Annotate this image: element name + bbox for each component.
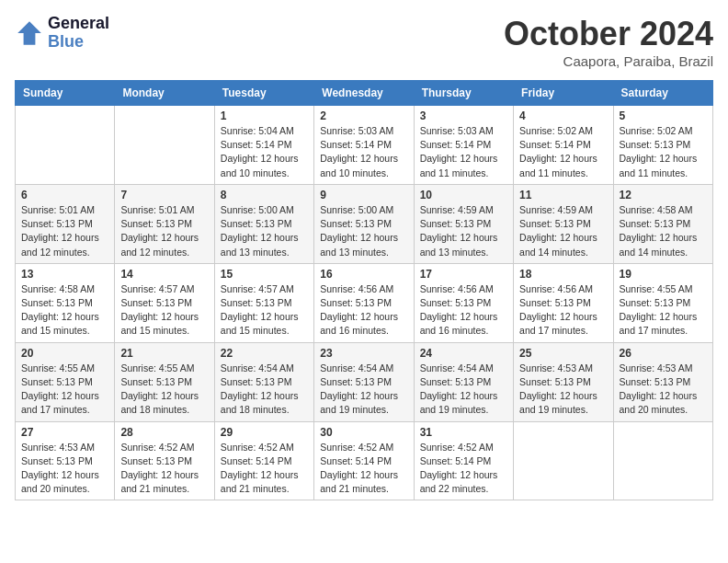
calendar-header: SundayMondayTuesdayWednesdayThursdayFrid… <box>16 81 713 106</box>
day-info: Sunrise: 4:58 AM Sunset: 5:13 PM Dayligh… <box>21 282 108 339</box>
day-info: Sunrise: 4:57 AM Sunset: 5:13 PM Dayligh… <box>120 282 208 339</box>
calendar-cell: 3Sunrise: 5:03 AM Sunset: 5:14 PM Daylig… <box>414 106 513 185</box>
day-info: Sunrise: 4:56 AM Sunset: 5:13 PM Dayligh… <box>320 282 407 339</box>
calendar-body: 1Sunrise: 5:04 AM Sunset: 5:14 PM Daylig… <box>16 106 713 500</box>
day-number: 28 <box>120 426 208 439</box>
day-info: Sunrise: 4:52 AM Sunset: 5:13 PM Dayligh… <box>120 441 208 497</box>
calendar-cell: 20Sunrise: 4:55 AM Sunset: 5:13 PM Dayli… <box>16 342 115 421</box>
day-number: 12 <box>620 189 707 201</box>
weekday-sunday: Sunday <box>16 81 115 106</box>
day-number: 24 <box>420 347 507 360</box>
day-number: 6 <box>21 189 108 201</box>
calendar-cell: 6Sunrise: 5:01 AM Sunset: 5:13 PM Daylig… <box>16 184 115 263</box>
day-number: 20 <box>21 347 108 360</box>
calendar-cell: 22Sunrise: 4:54 AM Sunset: 5:13 PM Dayli… <box>214 342 313 421</box>
calendar-cell: 1Sunrise: 5:04 AM Sunset: 5:14 PM Daylig… <box>214 106 313 185</box>
calendar-cell: 2Sunrise: 5:03 AM Sunset: 5:14 PM Daylig… <box>314 106 414 185</box>
calendar-week-2: 6Sunrise: 5:01 AM Sunset: 5:13 PM Daylig… <box>16 184 713 263</box>
day-info: Sunrise: 5:03 AM Sunset: 5:14 PM Dayligh… <box>420 124 507 180</box>
calendar-cell: 17Sunrise: 4:56 AM Sunset: 5:13 PM Dayli… <box>414 263 513 342</box>
day-info: Sunrise: 5:01 AM Sunset: 5:13 PM Dayligh… <box>120 203 208 259</box>
logo: General Blue <box>15 15 109 52</box>
day-info: Sunrise: 4:53 AM Sunset: 5:13 PM Dayligh… <box>620 362 707 418</box>
day-number: 14 <box>120 268 208 281</box>
day-info: Sunrise: 4:52 AM Sunset: 5:14 PM Dayligh… <box>221 441 308 497</box>
day-info: Sunrise: 4:55 AM Sunset: 5:13 PM Dayligh… <box>120 362 208 418</box>
day-number: 27 <box>21 426 108 439</box>
day-number: 25 <box>519 347 607 360</box>
day-info: Sunrise: 4:55 AM Sunset: 5:13 PM Dayligh… <box>620 282 707 339</box>
calendar-week-5: 27Sunrise: 4:53 AM Sunset: 5:13 PM Dayli… <box>16 421 713 500</box>
calendar-cell: 16Sunrise: 4:56 AM Sunset: 5:13 PM Dayli… <box>314 263 414 342</box>
calendar: SundayMondayTuesdayWednesdayThursdayFrid… <box>15 80 713 500</box>
day-info: Sunrise: 4:54 AM Sunset: 5:13 PM Dayligh… <box>221 362 308 418</box>
day-number: 9 <box>320 189 407 201</box>
day-number: 7 <box>120 189 208 201</box>
calendar-cell: 12Sunrise: 4:58 AM Sunset: 5:13 PM Dayli… <box>613 184 712 263</box>
day-number: 13 <box>21 268 108 281</box>
location: Caapora, Paraiba, Brazil <box>504 53 713 69</box>
calendar-cell: 21Sunrise: 4:55 AM Sunset: 5:13 PM Dayli… <box>115 342 214 421</box>
calendar-cell: 27Sunrise: 4:53 AM Sunset: 5:13 PM Dayli… <box>16 421 115 500</box>
weekday-thursday: Thursday <box>414 81 513 106</box>
calendar-cell: 19Sunrise: 4:55 AM Sunset: 5:13 PM Dayli… <box>613 263 712 342</box>
day-number: 19 <box>620 268 707 281</box>
calendar-cell: 30Sunrise: 4:52 AM Sunset: 5:14 PM Dayli… <box>314 421 414 500</box>
day-number: 26 <box>620 347 707 360</box>
calendar-cell: 11Sunrise: 4:59 AM Sunset: 5:13 PM Dayli… <box>514 184 613 263</box>
calendar-cell: 9Sunrise: 5:00 AM Sunset: 5:13 PM Daylig… <box>314 184 414 263</box>
day-info: Sunrise: 5:02 AM Sunset: 5:14 PM Dayligh… <box>519 124 607 180</box>
weekday-monday: Monday <box>115 81 214 106</box>
title-block: October 2024 Caapora, Paraiba, Brazil <box>504 15 713 69</box>
day-number: 5 <box>620 109 707 122</box>
calendar-cell: 26Sunrise: 4:53 AM Sunset: 5:13 PM Dayli… <box>613 342 712 421</box>
calendar-cell: 25Sunrise: 4:53 AM Sunset: 5:13 PM Dayli… <box>514 342 613 421</box>
calendar-cell: 7Sunrise: 5:01 AM Sunset: 5:13 PM Daylig… <box>115 184 214 263</box>
calendar-cell: 5Sunrise: 5:02 AM Sunset: 5:13 PM Daylig… <box>613 106 712 185</box>
weekday-wednesday: Wednesday <box>314 81 414 106</box>
logo-icon <box>15 18 44 48</box>
day-info: Sunrise: 5:03 AM Sunset: 5:14 PM Dayligh… <box>320 124 407 180</box>
day-info: Sunrise: 5:02 AM Sunset: 5:13 PM Dayligh… <box>620 124 707 180</box>
logo-line1: General <box>48 15 109 33</box>
day-info: Sunrise: 4:54 AM Sunset: 5:13 PM Dayligh… <box>420 362 507 418</box>
calendar-cell: 24Sunrise: 4:54 AM Sunset: 5:13 PM Dayli… <box>414 342 513 421</box>
day-number: 30 <box>320 426 407 439</box>
day-info: Sunrise: 4:52 AM Sunset: 5:14 PM Dayligh… <box>420 441 507 497</box>
calendar-cell: 23Sunrise: 4:54 AM Sunset: 5:13 PM Dayli… <box>314 342 414 421</box>
day-info: Sunrise: 4:54 AM Sunset: 5:13 PM Dayligh… <box>320 362 407 418</box>
day-number: 11 <box>519 189 607 201</box>
calendar-cell: 10Sunrise: 4:59 AM Sunset: 5:13 PM Dayli… <box>414 184 513 263</box>
day-info: Sunrise: 5:00 AM Sunset: 5:13 PM Dayligh… <box>221 203 308 259</box>
day-number: 29 <box>221 426 308 439</box>
calendar-cell <box>613 421 712 500</box>
day-number: 8 <box>221 189 308 201</box>
day-number: 10 <box>420 189 507 201</box>
day-info: Sunrise: 4:57 AM Sunset: 5:13 PM Dayligh… <box>221 282 308 339</box>
day-info: Sunrise: 4:56 AM Sunset: 5:13 PM Dayligh… <box>519 282 607 339</box>
day-info: Sunrise: 4:55 AM Sunset: 5:13 PM Dayligh… <box>21 362 108 418</box>
calendar-week-3: 13Sunrise: 4:58 AM Sunset: 5:13 PM Dayli… <box>16 263 713 342</box>
svg-marker-0 <box>17 21 41 45</box>
calendar-cell: 29Sunrise: 4:52 AM Sunset: 5:14 PM Dayli… <box>214 421 313 500</box>
calendar-cell <box>115 106 214 185</box>
calendar-week-4: 20Sunrise: 4:55 AM Sunset: 5:13 PM Dayli… <box>16 342 713 421</box>
calendar-cell: 13Sunrise: 4:58 AM Sunset: 5:13 PM Dayli… <box>16 263 115 342</box>
calendar-cell: 8Sunrise: 5:00 AM Sunset: 5:13 PM Daylig… <box>214 184 313 263</box>
calendar-week-1: 1Sunrise: 5:04 AM Sunset: 5:14 PM Daylig… <box>16 106 713 185</box>
day-number: 16 <box>320 268 407 281</box>
calendar-cell: 28Sunrise: 4:52 AM Sunset: 5:13 PM Dayli… <box>115 421 214 500</box>
page-header: General Blue October 2024 Caapora, Parai… <box>15 15 713 69</box>
day-info: Sunrise: 4:58 AM Sunset: 5:13 PM Dayligh… <box>620 203 707 259</box>
day-number: 22 <box>221 347 308 360</box>
day-info: Sunrise: 5:00 AM Sunset: 5:13 PM Dayligh… <box>320 203 407 259</box>
logo-line2: Blue <box>48 33 109 52</box>
day-number: 4 <box>519 109 607 122</box>
day-info: Sunrise: 4:56 AM Sunset: 5:13 PM Dayligh… <box>420 282 507 339</box>
day-number: 21 <box>120 347 208 360</box>
weekday-friday: Friday <box>514 81 613 106</box>
calendar-cell <box>514 421 613 500</box>
calendar-cell <box>16 106 115 185</box>
day-number: 31 <box>420 426 507 439</box>
day-number: 23 <box>320 347 407 360</box>
